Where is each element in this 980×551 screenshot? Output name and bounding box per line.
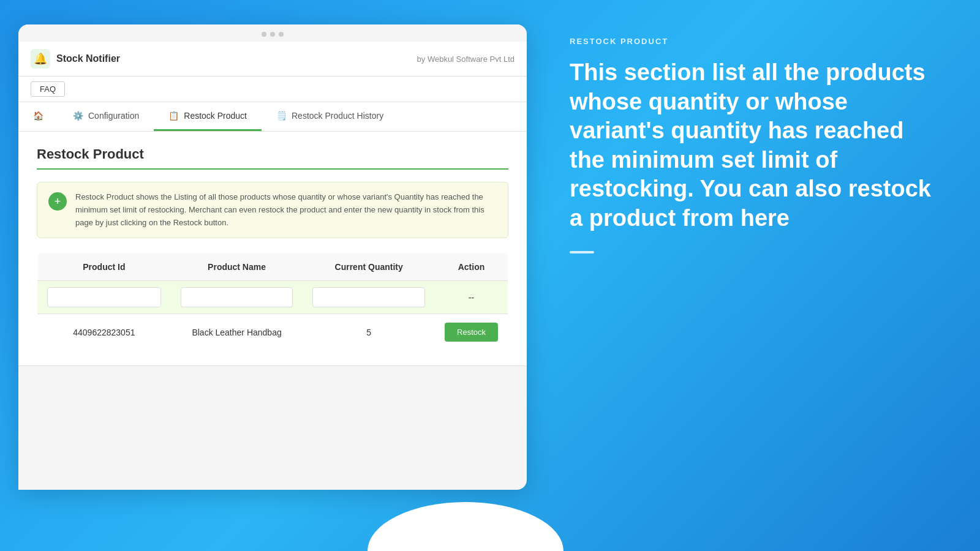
- filter-action-cell: --: [435, 281, 508, 314]
- app-header: 🔔 Stock Notifier by Webkul Software Pvt …: [18, 42, 527, 77]
- right-label: RESTOCK PRODUCT: [570, 37, 943, 46]
- section-title: Restock Product: [37, 146, 508, 170]
- window-dot-3: [279, 32, 284, 37]
- restock-icon: 📋: [168, 111, 179, 121]
- filter-qty-cell: [303, 281, 435, 314]
- nav-tabs: 🏠 ⚙️ Configuration 📋 Restock Product 🗒️ …: [18, 102, 527, 132]
- filter-name-cell: [171, 281, 303, 314]
- filter-id-input[interactable]: [47, 287, 161, 307]
- restock-button[interactable]: Restock: [445, 323, 498, 342]
- cell-product-id: 4409622823051: [37, 314, 171, 351]
- col-product-name: Product Name: [171, 253, 303, 281]
- tab-configuration[interactable]: ⚙️ Configuration: [58, 102, 154, 131]
- table-row: 4409622823051 Black Leather Handbag 5 Re…: [37, 314, 508, 351]
- cell-current-qty: 5: [303, 314, 435, 351]
- info-text: Restock Product shows the Listing of all…: [75, 191, 497, 229]
- bottom-bar: [18, 365, 527, 390]
- info-icon: +: [48, 192, 67, 211]
- cell-action: Restock: [435, 314, 508, 351]
- info-box: + Restock Product shows the Listing of a…: [37, 182, 508, 238]
- app-icon-glyph: 🔔: [34, 52, 47, 66]
- col-product-id: Product Id: [37, 253, 171, 281]
- filter-row: --: [37, 281, 508, 314]
- tab-configuration-label: Configuration: [88, 111, 139, 121]
- content-area: Restock Product + Restock Product shows …: [18, 132, 527, 365]
- left-panel: 🔔 Stock Notifier by Webkul Software Pvt …: [0, 0, 533, 551]
- app-icon: 🔔: [31, 49, 50, 69]
- filter-qty-input[interactable]: [312, 287, 425, 307]
- col-current-qty: Current Quantity: [303, 253, 435, 281]
- table-header-row: Product Id Product Name Current Quantity…: [37, 253, 508, 281]
- config-icon: ⚙️: [73, 111, 83, 121]
- header-subtitle: by Webkul Software Pvt Ltd: [417, 54, 514, 64]
- main-layout: 🔔 Stock Notifier by Webkul Software Pvt …: [0, 0, 980, 551]
- tab-home[interactable]: 🏠: [18, 102, 58, 131]
- app-title: Stock Notifier: [56, 53, 120, 64]
- cell-product-name: Black Leather Handbag: [171, 314, 303, 351]
- col-action: Action: [435, 253, 508, 281]
- tab-restock-history-label: Restock Product History: [292, 111, 383, 121]
- app-window: 🔔 Stock Notifier by Webkul Software Pvt …: [18, 24, 527, 490]
- faq-bar: FAQ: [18, 77, 527, 102]
- filter-name-input[interactable]: [181, 287, 293, 307]
- filter-id-cell: [37, 281, 171, 314]
- window-dot-2: [270, 32, 275, 37]
- tab-restock-product[interactable]: 📋 Restock Product: [154, 102, 262, 131]
- right-panel: RESTOCK PRODUCT This section list all th…: [533, 0, 980, 551]
- right-divider: [570, 251, 594, 253]
- tab-restock-history[interactable]: 🗒️ Restock Product History: [262, 102, 398, 131]
- home-icon: 🏠: [33, 111, 43, 121]
- faq-button[interactable]: FAQ: [31, 81, 65, 97]
- app-header-left: 🔔 Stock Notifier: [31, 49, 120, 69]
- restock-table: Product Id Product Name Current Quantity…: [37, 253, 508, 351]
- history-icon: 🗒️: [276, 111, 287, 121]
- window-chrome: [18, 24, 527, 42]
- right-title: This section list all the products whose…: [570, 58, 943, 233]
- window-dot-1: [262, 32, 266, 37]
- tab-restock-product-label: Restock Product: [184, 111, 247, 121]
